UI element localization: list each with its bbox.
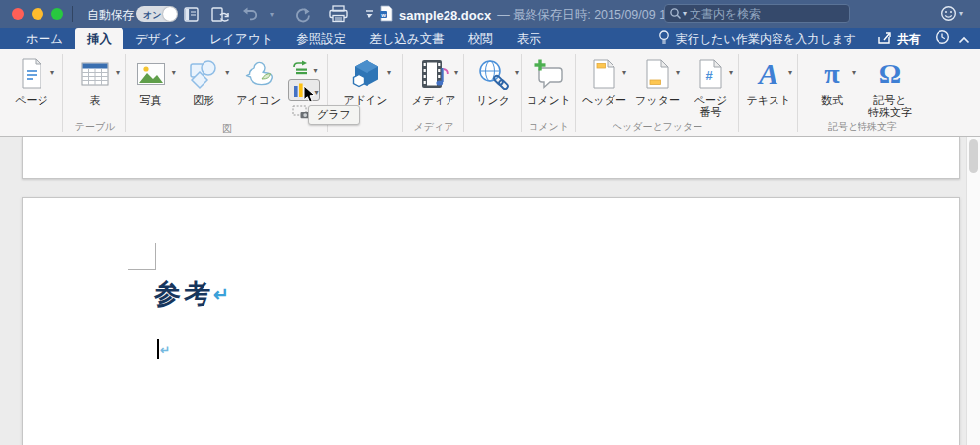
footer-button[interactable]: ▾ フッター	[633, 54, 683, 106]
table-icon	[79, 59, 111, 89]
shapes-button[interactable]: ▾ 図形	[179, 54, 227, 106]
dropdown-caret[interactable]: ▾	[622, 68, 626, 77]
tab-layout[interactable]: レイアウト	[198, 28, 285, 49]
vertical-scrollbar[interactable]	[966, 137, 980, 445]
paragraph-return-mark: ↵	[213, 284, 229, 305]
group-label-media: メディア	[403, 120, 464, 136]
ribbon-group-illustrations: ▾ 写真 ▾ 図形 アイコン ▾	[126, 49, 328, 136]
document-sync-icon[interactable]	[210, 6, 230, 23]
search-scope-caret[interactable]: ▾	[683, 9, 687, 18]
dropdown-caret[interactable]: ▾	[116, 68, 120, 77]
icons-button[interactable]: アイコン	[232, 54, 285, 106]
page-number-icon: #	[697, 58, 724, 90]
autosave-label: 自動保存	[87, 7, 134, 24]
search-input[interactable]	[690, 7, 845, 21]
lightbulb-icon	[658, 30, 670, 47]
pi-icon: π	[817, 58, 847, 90]
addins-button[interactable]: ▾ アドイン	[338, 54, 393, 106]
share-label: 共有	[897, 31, 921, 47]
text-box-button[interactable]: A ▾ テキスト	[744, 54, 793, 106]
equation-button[interactable]: π ▾ 数式	[807, 54, 857, 106]
dropdown-caret[interactable]: ▾	[515, 68, 519, 77]
smartart-button[interactable]: ▾	[288, 57, 319, 78]
save-icon[interactable]	[183, 6, 200, 23]
dropdown-caret[interactable]: ▾	[729, 68, 733, 77]
pictures-button[interactable]: ▾ 写真	[126, 54, 175, 106]
picture-icon	[135, 60, 167, 88]
autosave-toggle-state: オン	[143, 9, 161, 22]
share-icon	[877, 31, 892, 47]
dropdown-caret[interactable]: ▾	[852, 68, 856, 77]
tab-design[interactable]: デザイン	[123, 28, 198, 49]
scrollbar-thumb[interactable]	[969, 139, 978, 173]
media-icon	[418, 58, 449, 90]
addin-cube-icon	[349, 58, 382, 90]
dropdown-caret[interactable]: ▾	[387, 68, 391, 77]
feedback-smiley-icon[interactable]: ▾	[940, 5, 963, 22]
new-comment-icon	[532, 59, 565, 90]
page-number-button[interactable]: # ▾ ページ 番号	[687, 54, 736, 118]
header-button[interactable]: ▾ ヘッダー	[580, 54, 629, 106]
window-zoom-button[interactable]	[51, 8, 63, 20]
dropdown-caret[interactable]: ▾	[454, 68, 458, 77]
redo-icon[interactable]	[294, 6, 311, 23]
duck-icon	[242, 59, 276, 89]
titlebar-divider	[72, 6, 73, 22]
svg-text:#: #	[705, 68, 713, 83]
document-page-current[interactable]	[22, 197, 960, 445]
dropdown-caret[interactable]: ▾	[313, 66, 317, 75]
dropdown-caret[interactable]: ▾	[172, 68, 176, 77]
ribbon-group-media: ▾ メディア メディア	[403, 49, 464, 136]
symbol-button[interactable]: Ω 記号と 特殊文字	[862, 54, 918, 118]
dropdown-caret[interactable]: ▾	[50, 68, 54, 77]
margin-corner-mark	[128, 269, 156, 270]
group-label-comments: コメント	[522, 120, 576, 136]
quick-access-toolbar: ▾	[183, 3, 375, 25]
undo-dropdown-caret[interactable]: ▾	[270, 10, 274, 19]
comment-button[interactable]: コメント	[525, 54, 574, 106]
undo-icon[interactable]	[241, 6, 259, 22]
ribbon-group-table: ▾ 表 テーブル	[63, 49, 126, 136]
word-doc-icon: w	[379, 5, 393, 26]
text-a-icon: A	[754, 58, 783, 90]
svg-text:A: A	[757, 58, 778, 90]
tell-me-box[interactable]: 実行したい作業内容を入力します	[658, 30, 856, 47]
print-icon[interactable]	[328, 5, 349, 23]
customize-toolbar-icon[interactable]	[364, 9, 375, 19]
ribbon-group-pages: ▾ ページ	[0, 49, 63, 136]
window-minimize-button[interactable]	[32, 8, 43, 20]
text-cursor	[157, 339, 159, 359]
window-close-button[interactable]	[12, 8, 24, 20]
tab-view[interactable]: 表示	[505, 28, 553, 49]
dropdown-caret[interactable]: ▾	[225, 68, 229, 77]
document-canvas: 参考↵ ↵	[0, 137, 980, 445]
media-button[interactable]: ▾ メディア	[409, 54, 458, 106]
pages-button[interactable]: ▾ ページ	[7, 54, 56, 106]
links-button[interactable]: ▾ リンク	[468, 54, 518, 106]
search-icon	[669, 7, 682, 20]
autosave-toggle[interactable]: オン	[136, 6, 178, 22]
tab-review[interactable]: 校閲	[456, 28, 505, 49]
chart-tooltip: グラフ	[308, 105, 360, 125]
tab-home[interactable]: ホーム	[14, 28, 75, 49]
ribbon-group-links: ▾ リンク	[464, 49, 522, 136]
svg-text:Ω: Ω	[879, 58, 901, 89]
table-button[interactable]: ▾ 表	[70, 54, 120, 106]
tab-insert[interactable]: 挿入	[75, 28, 123, 49]
group-label-table: テーブル	[63, 120, 126, 136]
group-label-illustrations: 図	[126, 122, 328, 136]
version-history-icon[interactable]	[935, 29, 950, 48]
group-label-header-footer: ヘッダーとフッター	[576, 120, 739, 136]
tab-mailings[interactable]: 差し込み文書	[358, 28, 456, 49]
document-page-previous[interactable]	[22, 137, 960, 179]
collapse-ribbon-icon[interactable]	[958, 30, 970, 47]
ribbon-group-symbols: π ▾ 数式 Ω 記号と 特殊文字 記号と特殊文字	[798, 49, 927, 136]
tab-references[interactable]: 参照設定	[285, 28, 358, 49]
dropdown-caret[interactable]: ▾	[676, 68, 680, 77]
document-heading: 参考↵	[154, 276, 229, 312]
tell-me-label: 実行したい作業内容を入力します	[676, 31, 856, 47]
dropdown-caret[interactable]: ▾	[788, 68, 792, 77]
search-box[interactable]: ▾	[664, 4, 850, 23]
paragraph-return-mark: ↵	[160, 343, 170, 357]
share-button[interactable]: 共有	[877, 31, 921, 47]
